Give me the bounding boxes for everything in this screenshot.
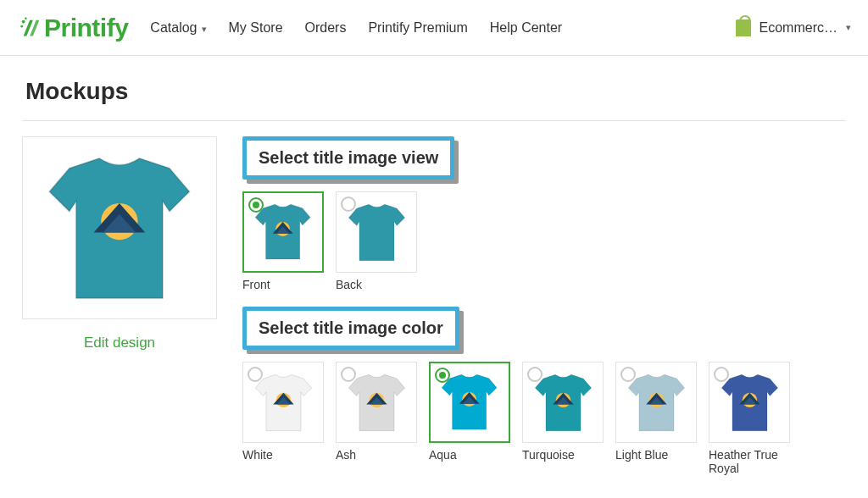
radio-icon	[620, 367, 636, 382]
color-tile[interactable]	[522, 362, 604, 443]
svg-point-1	[20, 25, 23, 27]
svg-point-2	[25, 17, 26, 19]
edit-design-link[interactable]: Edit design	[22, 335, 217, 351]
view-option: Back	[336, 191, 417, 291]
brand-name: Printify	[44, 14, 128, 42]
nav-links: Catalog My Store Orders Printify Premium…	[150, 20, 562, 36]
color-option: Turquoise	[522, 362, 604, 475]
radio-icon	[435, 368, 450, 383]
color-label: White	[242, 448, 324, 462]
color-option: Ash	[336, 362, 417, 475]
store-name: Ecommerc…	[760, 20, 837, 36]
color-tile[interactable]	[709, 362, 790, 443]
color-option: Light Blue	[615, 362, 697, 475]
color-option: Heather True Royal	[709, 362, 790, 475]
view-option: Front	[242, 191, 324, 291]
view-label: Back	[336, 278, 417, 291]
color-label: Light Blue	[615, 448, 697, 462]
preview-column: Edit design	[22, 136, 217, 351]
svg-point-0	[22, 19, 25, 23]
view-section-header: Select title image view	[242, 136, 454, 180]
color-section-header: Select title image color	[242, 307, 459, 350]
color-label: Ash	[336, 448, 417, 462]
radio-icon	[527, 367, 542, 382]
printify-logo-icon	[19, 15, 44, 41]
view-tile[interactable]	[336, 191, 417, 273]
color-tile[interactable]	[429, 362, 510, 443]
mockups-page: Mockups Edit design Select title image v…	[0, 78, 868, 475]
shopify-icon	[736, 19, 751, 36]
store-switcher[interactable]: Ecommerc… ▾	[736, 19, 851, 36]
color-options-row: WhiteAshAquaTurquoiseLight BlueHeather T…	[242, 362, 846, 475]
color-tile[interactable]	[336, 362, 417, 443]
nav-mystore[interactable]: My Store	[229, 20, 283, 36]
color-option: Aqua	[429, 362, 510, 475]
page-title: Mockups	[25, 78, 846, 105]
view-label: Front	[242, 278, 324, 291]
nav-premium[interactable]: Printify Premium	[368, 20, 467, 36]
color-label: Turquoise	[522, 448, 604, 462]
divider	[22, 120, 846, 121]
view-options-row: FrontBack	[242, 191, 846, 291]
radio-icon	[248, 197, 264, 213]
color-option: White	[242, 362, 324, 475]
color-tile[interactable]	[242, 362, 324, 443]
preview-box	[22, 136, 217, 319]
selection-column: Select title image view FrontBack Select…	[242, 136, 846, 475]
preview-tshirt	[31, 145, 209, 312]
nav-orders[interactable]: Orders	[305, 20, 347, 36]
nav-help[interactable]: Help Center	[490, 20, 562, 36]
radio-icon	[341, 196, 356, 212]
color-label: Heather True Royal	[709, 448, 790, 475]
chevron-down-icon: ▾	[846, 22, 851, 33]
color-label: Aqua	[429, 448, 510, 462]
top-nav: Printify Catalog My Store Orders Printif…	[0, 0, 868, 56]
logo[interactable]: Printify	[19, 14, 128, 42]
radio-icon	[714, 367, 729, 382]
nav-catalog[interactable]: Catalog	[150, 20, 206, 36]
radio-icon	[341, 367, 356, 382]
view-tile[interactable]	[242, 191, 324, 273]
radio-icon	[248, 367, 263, 382]
color-tile[interactable]	[615, 362, 697, 443]
